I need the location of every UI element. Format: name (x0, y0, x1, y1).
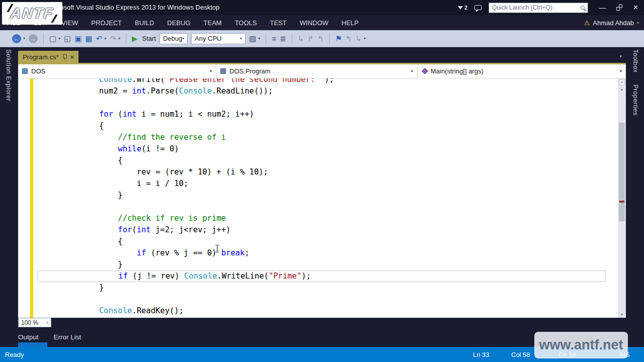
start-debug-icon[interactable]: ▶ (132, 30, 138, 47)
type-dropdown[interactable]: DOS.Program ▾ (216, 64, 418, 78)
redo-icon[interactable]: ↷ (110, 30, 116, 47)
step-into-icon[interactable]: ↳ (298, 30, 304, 47)
new-file-icon[interactable]: ▢ (49, 30, 56, 47)
feedback-icon[interactable] (474, 5, 481, 10)
solution-configuration-select[interactable]: Debug ▾ (159, 33, 188, 44)
code-line[interactable]: { (18, 155, 618, 166)
scrollbar-thumb[interactable] (619, 123, 625, 221)
code-line[interactable]: } (18, 190, 618, 201)
user-name: Ahmad Ahdab (593, 19, 634, 27)
code-line[interactable]: //find the reverse of i (18, 132, 618, 143)
toolbar-separator (43, 33, 44, 44)
status-column: Col 58 (511, 351, 530, 358)
class-icon (220, 68, 226, 74)
undo-icon[interactable]: ↶ (96, 30, 103, 47)
navigate-forward-icon[interactable]: → (29, 34, 38, 43)
toolbar-options-icon[interactable]: ▾ (364, 36, 366, 41)
configuration-value: Debug (163, 35, 182, 42)
code-line[interactable]: for (int i = num1; i < num2; i++) (18, 109, 618, 120)
menu-tools[interactable]: TOOLS (228, 15, 264, 30)
redo-caret[interactable]: ▾ (118, 36, 120, 41)
document-tab-strip: Program.cs* × ▾ (18, 47, 626, 63)
menu-project[interactable]: PROJECT (85, 15, 128, 30)
code-line[interactable]: } (18, 259, 618, 270)
scrollbar-map-button[interactable]: + (619, 79, 625, 85)
code-lines: Console.Write("Please enter the second n… (18, 78, 618, 317)
code-line[interactable]: rev = (rev * 10) + (i % 10); (18, 166, 618, 178)
code-line[interactable]: Console.ReadKey(); (18, 305, 618, 317)
type-name: DOS.Program (229, 67, 271, 75)
code-line[interactable]: } (18, 282, 618, 294)
notifications-icon[interactable]: 2 (458, 5, 467, 11)
scroll-up-icon[interactable]: ▴ (618, 87, 626, 92)
save-all-icon[interactable]: ▦ (86, 30, 93, 47)
next-bookmark-icon[interactable]: ↳ (355, 30, 362, 47)
output-tab-indicator (18, 342, 47, 347)
document-tab-title: Program.cs* (23, 53, 59, 61)
menu-team[interactable]: TEAM (197, 15, 228, 30)
minimize-button[interactable]: — (594, 1, 611, 15)
user-account-menu[interactable]: ⚠ Ahmad Ahdab ▾ (584, 15, 639, 30)
close-tab-icon[interactable]: × (70, 53, 74, 61)
code-line[interactable]: for(int j=2; j<rev; j++) (18, 224, 618, 236)
code-line-current[interactable]: if (j != rev) Console.WriteLine("Prime")… (37, 270, 606, 282)
vertical-scrollbar[interactable]: + ▴ ▾ (618, 78, 626, 318)
code-line[interactable]: { (18, 236, 618, 247)
new-file-caret[interactable]: ▾ (58, 36, 60, 41)
notifications-count: 2 (464, 5, 467, 11)
attach-caret[interactable]: ▾ (258, 36, 260, 41)
line-list-alt-icon[interactable]: ≣ (280, 30, 286, 47)
sidebar-tab-toolbox[interactable]: Toolbox (632, 49, 639, 73)
menu-debug[interactable]: DEBUG (160, 15, 197, 30)
scroll-down-icon[interactable]: ▾ (618, 312, 626, 317)
step-over-icon[interactable]: ↱ (307, 30, 314, 47)
chevron-down-icon: ▾ (182, 36, 184, 41)
start-button-label[interactable]: Start (142, 35, 156, 42)
editor-navigation-bar: DOS ▾ DOS.Program ▾ Main(string[] args) … (18, 64, 626, 78)
solution-platform-select[interactable]: Any CPU ▾ (191, 33, 246, 44)
zoom-select[interactable]: 100 % ▾ (18, 318, 51, 327)
code-line[interactable]: if (rev % j == 0) break; (18, 247, 618, 259)
project-name: DOS (31, 67, 45, 75)
bookmark-icon[interactable]: ⚑ (335, 30, 342, 47)
close-button[interactable]: × (627, 1, 644, 15)
code-line[interactable]: Console.Write("Please enter the second n… (18, 78, 618, 85)
step-out-icon[interactable]: ↰ (317, 30, 324, 47)
previous-bookmark-icon[interactable]: ↰ (346, 30, 352, 47)
save-icon[interactable]: ▣ (74, 30, 82, 47)
code-line[interactable] (18, 201, 618, 213)
code-line[interactable]: i = i / 10; (18, 178, 618, 190)
code-line[interactable]: //check if rev is prime (18, 213, 618, 224)
menu-window[interactable]: WINDOW (293, 15, 335, 30)
line-list-icon[interactable]: ≡ (272, 30, 276, 47)
panel-tab-error-list[interactable]: Error List (54, 333, 82, 341)
sidebar-tab-solution-explorer[interactable]: Solution Explorer (5, 49, 12, 102)
document-list-caret[interactable]: ▾ (619, 54, 622, 59)
code-line[interactable]: { (18, 120, 618, 132)
open-file-icon[interactable]: ◱ (64, 30, 71, 47)
menu-help[interactable]: HELP (335, 15, 365, 30)
quick-launch-input[interactable]: Quick Launch (Ctrl+Q) (489, 3, 588, 13)
panel-tab-output[interactable]: Output (18, 333, 39, 341)
chevron-down-icon: ▾ (210, 69, 212, 73)
code-line[interactable]: num2 = int.Parse(Console.ReadLine()); (18, 85, 618, 97)
menu-build[interactable]: BUILD (128, 15, 160, 30)
quick-launch-placeholder: Quick Launch (Ctrl+Q) (492, 4, 552, 11)
undo-caret[interactable]: ▾ (104, 36, 106, 41)
code-line[interactable] (18, 97, 618, 109)
code-editor[interactable]: Console.Write("Please enter the second n… (18, 78, 626, 318)
navigate-backward-icon[interactable]: ← (12, 34, 21, 43)
menu-test[interactable]: TEST (264, 15, 293, 30)
pin-icon[interactable] (62, 54, 67, 60)
attach-icon[interactable]: ▧ (249, 30, 256, 47)
sidebar-tab-properties[interactable]: Properties (632, 84, 639, 116)
document-tab-program-cs[interactable]: Program.cs* × (18, 51, 78, 63)
project-dropdown[interactable]: DOS ▾ (18, 64, 216, 78)
antf-logo-text: ANTF (10, 5, 55, 22)
member-dropdown[interactable]: Main(string[] args) ▾ (418, 64, 626, 78)
restore-button[interactable] (611, 1, 627, 15)
navigate-backward-caret[interactable]: ▾ (23, 36, 25, 41)
code-line[interactable] (18, 294, 618, 305)
code-line[interactable]: while(i != 0) (18, 143, 618, 155)
funnel-icon (458, 6, 463, 10)
